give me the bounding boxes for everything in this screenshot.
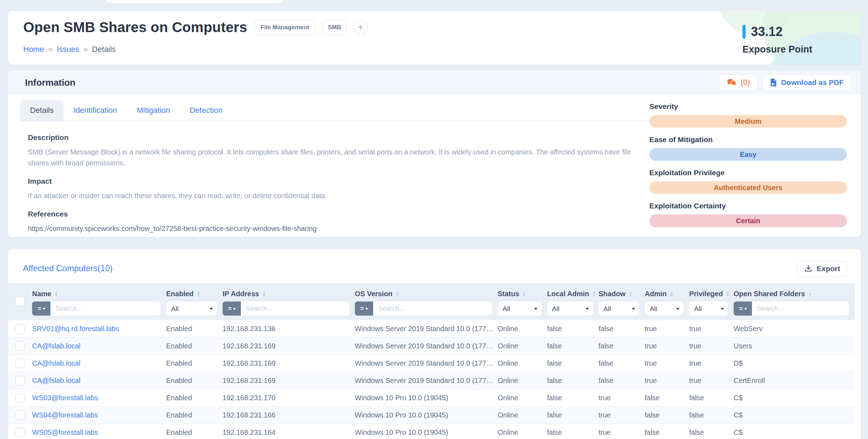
table-cell: Enabled: [166, 428, 223, 437]
impact-heading: Impact: [28, 177, 635, 185]
select-shadow[interactable]: All: [599, 301, 639, 316]
search-input-ip-address[interactable]: [241, 301, 349, 316]
export-button[interactable]: Export: [797, 261, 848, 277]
column-header-open-shared-folders[interactable]: Open Shared Folders▲: [734, 290, 855, 298]
row-checkbox[interactable]: [16, 341, 25, 351]
select-status[interactable]: All: [498, 301, 541, 316]
sort-arrows-icon: ▲▼: [54, 291, 58, 297]
tag-file-management[interactable]: File Management: [254, 20, 316, 35]
table-cell: D$: [734, 359, 855, 367]
column-label: Status: [498, 290, 519, 298]
column-header-privileged[interactable]: Privileged▲▼: [689, 290, 734, 298]
sort-arrows-icon: ▲▼: [197, 291, 200, 297]
tab-identification[interactable]: Identification: [63, 100, 127, 121]
info-tabs: Details Identification Mitigation Detect…: [20, 100, 649, 121]
column-header-os-version[interactable]: OS Version▲▼: [355, 290, 498, 298]
tag-smb[interactable]: SMB: [323, 20, 347, 35]
download-tray-icon: [805, 265, 812, 273]
table-row: CA@fslab.localEnabled192.168.231.169Wind…: [8, 337, 855, 354]
breadcrumb-home[interactable]: Home: [23, 45, 44, 54]
table-cell: Windows Server 2019 Standard 10.0 (17763…: [355, 342, 498, 350]
table-cell: Enabled: [166, 394, 223, 402]
select-local-admin[interactable]: All: [547, 301, 593, 316]
table-cell: false: [599, 342, 645, 350]
search-input-name[interactable]: [50, 301, 160, 316]
column-label: Name: [32, 290, 51, 298]
table-cell: false: [599, 325, 645, 333]
attributes-sidebar: Severity Medium Ease of Mitigation Easy …: [649, 94, 861, 235]
computer-name-link[interactable]: CA@fslab.local: [32, 359, 166, 367]
filter-operator-button[interactable]: =▾: [734, 301, 752, 316]
search-filter-ip-address: =▾: [223, 301, 349, 316]
search-input-open-shared-folders[interactable]: [752, 301, 849, 316]
computer-name-link[interactable]: SRV01@hq.rd.forestall.labs: [32, 325, 166, 333]
sort-asc-icon: ▲: [808, 293, 812, 295]
table-cell: true: [599, 394, 645, 402]
row-checkbox[interactable]: [16, 359, 25, 368]
add-tag-button[interactable]: +: [353, 20, 368, 35]
download-pdf-button[interactable]: Download as PDF: [763, 74, 851, 91]
exploitation-privilege-label: Exploitation Privilege: [649, 169, 847, 177]
column-header-status[interactable]: Status▲▼: [498, 290, 547, 298]
row-checkbox-cell: [8, 393, 32, 403]
table-cell: Enabled: [166, 325, 223, 333]
row-checkbox[interactable]: [16, 324, 25, 334]
column-header-shadow[interactable]: Shadow▲▼: [599, 290, 645, 298]
table-cell: false: [689, 411, 734, 419]
computer-name-link[interactable]: CA@fslab.local: [32, 342, 166, 350]
table-cell: false: [645, 394, 689, 402]
computer-name-link[interactable]: CA@fslab.local: [32, 377, 166, 385]
row-checkbox-cell: [8, 359, 32, 368]
table-cell: Online: [498, 394, 547, 402]
tab-detection[interactable]: Detection: [180, 100, 232, 121]
filter-operator-button[interactable]: =▾: [355, 301, 373, 316]
affected-computers-table: Name▲▼Enabled▲▼IP Address▲▼OS Version▲▼S…: [8, 283, 855, 439]
download-pdf-label: Download as PDF: [781, 78, 844, 87]
breadcrumb-issues[interactable]: Issues: [57, 45, 79, 54]
row-checkbox[interactable]: [16, 376, 25, 385]
row-checkbox[interactable]: [16, 410, 25, 420]
column-header-admin[interactable]: Admin▲▼: [645, 290, 689, 298]
table-cell: Online: [498, 359, 547, 367]
reference-link[interactable]: https://community.spiceworks.com/how_to/…: [28, 223, 635, 234]
references-heading: References: [28, 210, 635, 218]
table-cell: 192.168.231.164: [223, 428, 355, 437]
table-cell: Windows Server 2019 Standard 10.0 (17763…: [355, 377, 498, 385]
caret-down-icon: ▾: [43, 306, 45, 311]
table-row: SRV01@hq.rd.forestall.labsEnabled192.168…: [8, 320, 855, 337]
select-privileged[interactable]: All: [689, 301, 728, 316]
comments-button[interactable]: (0): [719, 74, 758, 91]
table-cell: 192.168.231.169: [223, 377, 355, 385]
select-enabled[interactable]: All: [166, 301, 217, 316]
row-checkbox[interactable]: [16, 393, 25, 403]
chat-bubbles-icon: [727, 78, 736, 87]
select-filter-privileged: All: [689, 301, 728, 316]
filter-operator-button[interactable]: =▾: [32, 301, 50, 316]
equals-icon: =: [739, 305, 743, 312]
row-checkbox[interactable]: [16, 428, 25, 437]
filter-privileged: All: [689, 301, 734, 316]
search-input-os-version[interactable]: [373, 301, 492, 316]
breadcrumb: Home » Issues » Details: [23, 45, 861, 54]
select-all-checkbox[interactable]: [15, 297, 25, 306]
column-header-enabled[interactable]: Enabled▲▼: [166, 290, 223, 298]
filter-operator-button[interactable]: =▾: [223, 301, 241, 316]
column-header-ip-address[interactable]: IP Address▲▼: [223, 290, 355, 298]
exposure-point-widget: 33.12 Exposure Point: [742, 24, 812, 55]
computer-name-link[interactable]: WS03@forestall.labs: [32, 394, 166, 402]
table-cell: false: [547, 359, 599, 367]
computer-name-link[interactable]: WS05@forestall.labs: [32, 428, 166, 437]
breadcrumb-separator: »: [48, 45, 53, 54]
table-cell: Online: [498, 325, 547, 333]
severity-badge: Medium: [649, 115, 847, 128]
tab-mitigation[interactable]: Mitigation: [127, 100, 180, 121]
column-header-name[interactable]: Name▲▼: [32, 290, 166, 298]
select-admin[interactable]: All: [645, 301, 684, 316]
tab-details[interactable]: Details: [20, 100, 63, 121]
computer-name-link[interactable]: WS04@forestall.labs: [32, 411, 166, 419]
column-header-local-admin[interactable]: Local Admin▲▼: [547, 290, 599, 298]
sort-arrows-icon: ▲▼: [592, 291, 596, 297]
exploitation-privilege-badge: Authenticated Users: [649, 181, 847, 194]
table-cell: 192.168.231.166: [223, 411, 355, 419]
exploitation-certainty-badge: Certain: [649, 214, 847, 227]
